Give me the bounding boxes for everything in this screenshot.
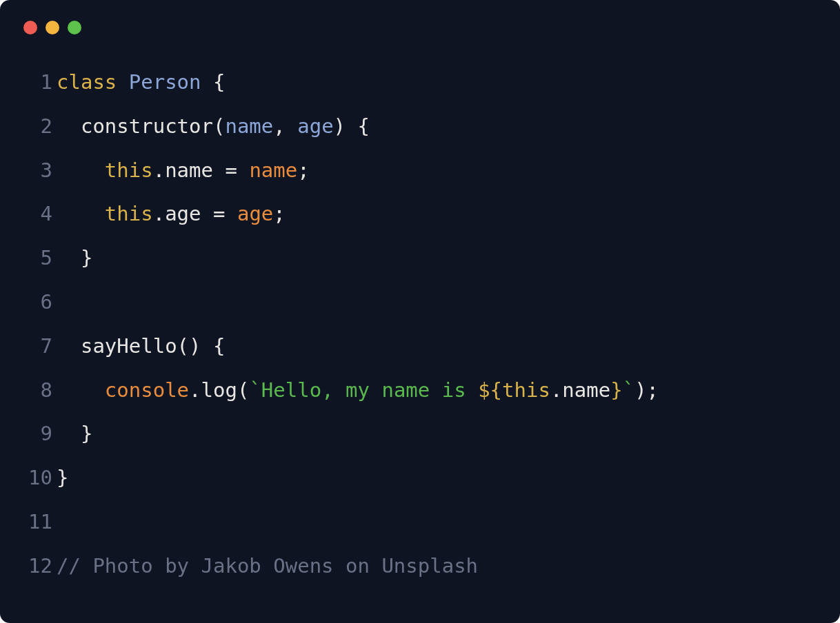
token-string: `Hello, my name is	[249, 378, 478, 402]
line-content: }	[57, 456, 68, 500]
code-line: 1class Person {	[23, 61, 817, 105]
token-punct: {	[201, 70, 226, 94]
line-content	[57, 500, 68, 544]
token-obj-ref: console	[105, 378, 189, 402]
line-number: 11	[23, 500, 52, 544]
token-punct: (	[237, 378, 249, 402]
token-punct: .	[189, 378, 201, 402]
line-number: 1	[23, 61, 52, 105]
token-kw-class: class	[57, 70, 117, 94]
line-content: // Photo by Jakob Owens on Unsplash	[57, 544, 478, 589]
minimize-icon[interactable]	[46, 21, 59, 34]
token-prop: name	[562, 378, 610, 402]
token-punct: );	[634, 378, 659, 402]
token-punct: (	[213, 114, 225, 138]
token-this-kw: this	[502, 378, 550, 402]
token-punct	[117, 70, 128, 94]
token-punct: =	[213, 159, 249, 182]
token-prop: age	[165, 202, 201, 225]
maximize-icon[interactable]	[68, 21, 81, 34]
token-string: `	[623, 378, 634, 402]
line-number: 3	[23, 149, 52, 193]
code-line: 3 this.name = name;	[23, 149, 817, 193]
code-line: 9 }	[23, 412, 817, 456]
token-punct	[57, 159, 105, 182]
line-number: 2	[23, 105, 52, 149]
code-line: 4 this.age = age;	[23, 192, 817, 236]
line-number: 9	[23, 412, 52, 456]
token-punct	[57, 378, 105, 402]
token-comment: // Photo by Jakob Owens on Unsplash	[57, 554, 478, 578]
close-icon[interactable]	[23, 21, 37, 34]
token-punct: .	[550, 378, 562, 402]
token-var-ref: age	[237, 202, 273, 225]
line-content: this.name = name;	[57, 149, 310, 193]
line-content	[57, 280, 68, 325]
token-punct: .	[153, 202, 165, 225]
token-punct: ;	[297, 159, 309, 182]
code-window: 1class Person {2 constructor(name, age) …	[0, 0, 840, 623]
token-punct: }	[57, 422, 92, 445]
token-this-kw: this	[105, 159, 153, 182]
token-fn-name: log	[201, 378, 237, 402]
line-number: 7	[23, 325, 52, 369]
token-class-name: Person	[129, 70, 201, 94]
code-line: 11	[23, 500, 817, 544]
token-punct: () {	[177, 334, 226, 358]
line-number: 8	[23, 369, 52, 413]
line-content: }	[57, 236, 92, 280]
line-number: 4	[23, 192, 52, 236]
line-content: this.age = age;	[57, 192, 286, 236]
line-content: class Person {	[57, 61, 225, 105]
line-content: console.log(`Hello, my name is ${this.na…	[57, 369, 659, 413]
token-punct: ,	[273, 114, 297, 138]
window-titlebar	[23, 21, 817, 34]
token-fn-name: constructor	[81, 114, 213, 138]
code-line: 6	[23, 280, 817, 325]
line-number: 12	[23, 544, 52, 589]
token-punct: }	[57, 246, 92, 269]
line-content: constructor(name, age) {	[57, 105, 370, 149]
token-param: age	[297, 114, 333, 138]
code-line: 5 }	[23, 236, 817, 280]
token-interp-open: ${	[478, 378, 502, 402]
line-content: }	[57, 412, 92, 456]
token-param: name	[225, 114, 273, 138]
token-fn-name: sayHello	[81, 334, 177, 358]
token-punct: }	[57, 466, 68, 489]
token-var-ref: name	[249, 159, 297, 182]
token-punct: ) {	[334, 114, 370, 138]
code-line: 7 sayHello() {	[23, 325, 817, 369]
code-editor: 1class Person {2 constructor(name, age) …	[23, 61, 817, 589]
code-line: 10}	[23, 456, 817, 500]
code-line: 8 console.log(`Hello, my name is ${this.…	[23, 369, 817, 413]
token-punct: =	[201, 202, 237, 225]
token-punct: ;	[273, 202, 285, 225]
token-prop: name	[165, 159, 213, 182]
token-this-kw: this	[105, 202, 153, 225]
code-line: 2 constructor(name, age) {	[23, 105, 817, 149]
token-punct: .	[153, 159, 165, 182]
token-punct	[57, 334, 81, 358]
line-content: sayHello() {	[57, 325, 225, 369]
line-number: 5	[23, 236, 52, 280]
line-number: 6	[23, 280, 52, 325]
code-line: 12// Photo by Jakob Owens on Unsplash	[23, 544, 817, 589]
token-interp-close: }	[610, 378, 622, 402]
token-punct	[57, 114, 81, 138]
token-punct	[57, 202, 105, 225]
line-number: 10	[23, 456, 52, 500]
